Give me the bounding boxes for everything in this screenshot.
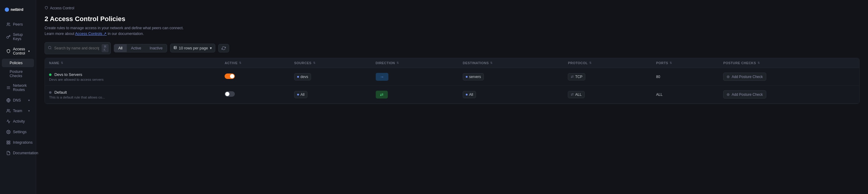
row2-active-toggle[interactable]	[225, 91, 235, 97]
row1-add-posture-button[interactable]: ⊕ Add Posture Check	[723, 73, 766, 81]
sidebar-item-team-label: Team	[13, 109, 22, 113]
policies-table: NAME ⇅ ACTIVE ⇅ SOURCES ⇅	[44, 58, 860, 104]
sidebar-item-integrations[interactable]: Integrations	[2, 137, 34, 147]
row1-protocol-label: TCP	[575, 75, 582, 79]
sidebar-item-dns-label: DNS	[13, 98, 21, 103]
row1-active-toggle[interactable]	[225, 74, 235, 79]
sidebar-item-activity-label: Activity	[13, 119, 25, 123]
sort-direction-icon: ⇅	[397, 61, 399, 64]
rows-per-page-icon	[174, 46, 177, 50]
sidebar-item-peers[interactable]: Peers	[2, 19, 34, 29]
filter-tab-all[interactable]: All	[114, 44, 127, 52]
dns-icon	[6, 98, 10, 103]
sidebar-item-setup-keys-label: Setup Keys	[13, 32, 30, 41]
row2-protocol-cell: ⇄ ALL	[564, 86, 652, 103]
row2-destinations-cell: All	[459, 86, 564, 103]
row1-active-cell[interactable]	[220, 68, 290, 86]
filter-tabs: All Active Inactive	[114, 44, 167, 52]
sidebar-item-policies[interactable]: Policies	[2, 59, 34, 67]
row1-plus-icon: ⊕	[726, 75, 730, 79]
col-header-sources[interactable]: SOURCES ⇅	[290, 58, 371, 68]
sidebar-item-access-control[interactable]: Access Control ▾	[2, 44, 34, 58]
routes-icon	[6, 86, 10, 90]
sidebar-item-posture-checks-label: Posture Checks	[10, 70, 30, 78]
row1-direction-cell: →	[372, 68, 459, 86]
col-header-destinations[interactable]: DESTINATIONS ⇅	[459, 58, 564, 68]
sidebar-item-peers-label: Peers	[13, 22, 23, 27]
row1-direction-arrow: →	[376, 73, 389, 81]
search-box[interactable]: ⌘ K	[44, 42, 111, 54]
row1-description: Devs are allowed to access servers	[49, 78, 216, 81]
col-header-active[interactable]: ACTIVE ⇅	[220, 58, 290, 68]
row2-posture-cell[interactable]: ⊕ Add Posture Check	[719, 86, 859, 103]
row2-destination-label: All	[469, 92, 473, 97]
chevron-right-icon: ▾	[28, 99, 30, 102]
row2-proto-icon: ⇄	[571, 92, 574, 96]
row2-protocol-label: ALL	[575, 92, 581, 97]
svg-rect-8	[9, 143, 10, 144]
sidebar-item-documentation[interactable]: Documentation	[2, 148, 34, 158]
row2-destination-dot	[466, 94, 468, 95]
rows-per-page-label: 10 rows per page	[179, 46, 208, 50]
sidebar-item-settings[interactable]: Settings	[2, 127, 34, 137]
sidebar-item-setup-keys[interactable]: Setup Keys	[2, 30, 34, 44]
row2-active-cell[interactable]	[220, 86, 290, 103]
row2-direction-cell: ⇄	[372, 86, 459, 103]
col-header-name[interactable]: NAME ⇅	[45, 58, 220, 68]
sidebar-item-activity[interactable]: Activity	[2, 116, 34, 126]
chevron-right-icon-team: ▾	[28, 109, 30, 112]
breadcrumb: Access Control	[44, 6, 860, 10]
rows-per-page-selector[interactable]: 10 rows per page ▾	[170, 44, 215, 52]
rows-chevron-icon: ▾	[210, 46, 212, 50]
breadcrumb-label: Access Control	[50, 6, 74, 10]
table-row[interactable]: Devs to Servers Devs are allowed to acce…	[45, 68, 859, 86]
page-description: Create rules to manage access in your ne…	[44, 25, 860, 37]
row1-status-dot	[49, 74, 52, 76]
docs-icon	[6, 150, 10, 155]
row2-plus-icon: ⊕	[726, 92, 730, 97]
sidebar-item-integrations-label: Integrations	[13, 140, 32, 145]
row2-direction-arrow: ⇄	[376, 91, 388, 99]
sidebar-item-posture-checks[interactable]: Posture Checks	[2, 67, 34, 80]
col-header-direction[interactable]: DIRECTION ⇅	[372, 58, 459, 68]
refresh-button[interactable]	[218, 44, 229, 52]
filter-tab-active[interactable]: Active	[127, 44, 146, 52]
row1-posture-cell[interactable]: ⊕ Add Posture Check	[719, 68, 859, 86]
row1-source-label: devs	[301, 75, 308, 79]
page-desc-text1: Create rules to manage access in your ne…	[44, 26, 184, 30]
sort-protocol-icon: ⇅	[589, 61, 592, 64]
sidebar-item-documentation-label: Documentation	[13, 151, 38, 155]
table-row[interactable]: Default This is a default rule that allo…	[45, 86, 859, 103]
filter-tab-inactive[interactable]: Inactive	[146, 44, 167, 52]
svg-point-2	[7, 23, 8, 24]
activity-icon	[6, 119, 10, 123]
svg-point-0	[5, 7, 9, 12]
row1-sources-cell: devs	[290, 68, 371, 86]
search-icon	[48, 46, 52, 51]
sidebar-item-network-routes[interactable]: Network Routes	[2, 81, 34, 94]
sidebar-item-team[interactable]: Team ▾	[2, 106, 34, 116]
settings-icon	[6, 130, 10, 134]
svg-rect-11	[174, 47, 177, 49]
sidebar-item-policies-label: Policies	[10, 61, 23, 65]
search-input[interactable]	[54, 46, 99, 50]
sort-destinations-icon: ⇅	[490, 61, 493, 64]
sort-posture-icon: ⇅	[757, 61, 760, 64]
col-header-protocol[interactable]: PROTOCOL ⇅	[564, 58, 652, 68]
access-control-submenu: Policies Posture Checks	[0, 58, 36, 80]
sidebar-item-network-routes-label: Network Routes	[13, 83, 30, 92]
row2-add-posture-button[interactable]: ⊕ Add Posture Check	[723, 90, 766, 99]
col-header-ports[interactable]: PORTS ⇅	[652, 58, 719, 68]
row2-name-cell: Default This is a default rule that allo…	[45, 86, 220, 103]
svg-rect-9	[7, 143, 8, 144]
sidebar-item-dns[interactable]: DNS ▾	[2, 95, 34, 105]
access-controls-link[interactable]: Access Controls ↗	[75, 32, 106, 36]
row1-protocol-badge: ⇄ TCP	[568, 73, 585, 80]
page-desc-text2: Learn more about	[44, 32, 75, 36]
row1-posture-label: Add Posture Check	[732, 75, 763, 79]
sort-active-icon: ⇅	[239, 61, 242, 64]
sort-name-icon: ⇅	[61, 61, 63, 64]
col-header-posture-checks[interactable]: POSTURE CHECKS ⇅	[719, 58, 859, 68]
row1-destination-dot	[466, 76, 468, 78]
row1-destinations-cell: servers	[459, 68, 564, 86]
